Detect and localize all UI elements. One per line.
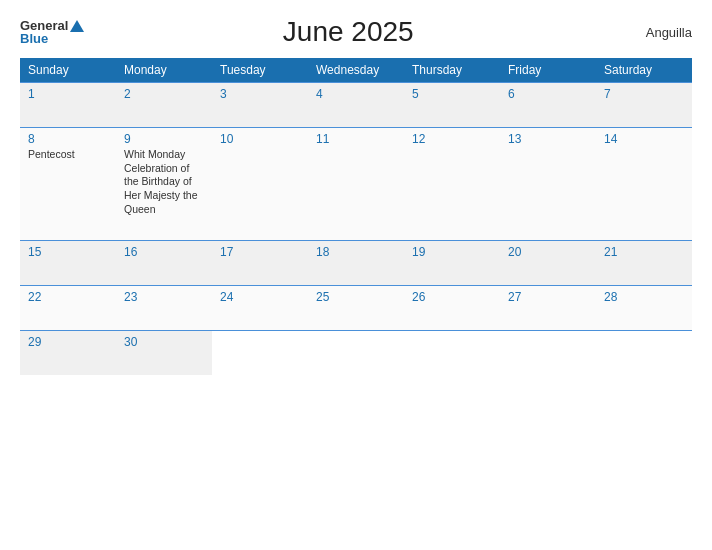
calendar-table: Sunday Monday Tuesday Wednesday Thursday… [20,58,692,375]
calendar-cell: 4 [308,83,404,128]
day-number: 3 [220,87,300,101]
calendar-cell: 25 [308,286,404,331]
calendar-week-0: 1234567 [20,83,692,128]
calendar-event: Whit Monday [124,148,204,162]
logo-blue-text: Blue [20,32,84,45]
calendar-cell: 24 [212,286,308,331]
calendar-body: 12345678Pentecost9Whit MondayCelebration… [20,83,692,376]
dow-saturday: Saturday [596,58,692,83]
calendar-cell: 20 [500,241,596,286]
calendar-week-3: 22232425262728 [20,286,692,331]
calendar-cell: 6 [500,83,596,128]
day-number: 7 [604,87,684,101]
calendar-cell: 26 [404,286,500,331]
day-number: 27 [508,290,588,304]
dow-friday: Friday [500,58,596,83]
dow-sunday: Sunday [20,58,116,83]
day-number: 18 [316,245,396,259]
calendar-cell: 8Pentecost [20,128,116,241]
day-number: 17 [220,245,300,259]
day-number: 2 [124,87,204,101]
calendar-cell: 9Whit MondayCelebration of the Birthday … [116,128,212,241]
calendar-cell [212,331,308,376]
calendar-cell: 15 [20,241,116,286]
dow-monday: Monday [116,58,212,83]
calendar-cell: 1 [20,83,116,128]
country-label: Anguilla [612,25,692,40]
day-number: 14 [604,132,684,146]
calendar-cell: 13 [500,128,596,241]
day-number: 26 [412,290,492,304]
calendar-cell [500,331,596,376]
calendar-event: Pentecost [28,148,108,162]
day-number: 9 [124,132,204,146]
calendar-cell: 16 [116,241,212,286]
calendar-cell [404,331,500,376]
day-number: 11 [316,132,396,146]
calendar-cell: 17 [212,241,308,286]
calendar-cell: 19 [404,241,500,286]
calendar-cell: 30 [116,331,212,376]
days-of-week-row: Sunday Monday Tuesday Wednesday Thursday… [20,58,692,83]
day-number: 25 [316,290,396,304]
day-number: 28 [604,290,684,304]
day-number: 8 [28,132,108,146]
day-number: 5 [412,87,492,101]
day-number: 12 [412,132,492,146]
calendar-header: Sunday Monday Tuesday Wednesday Thursday… [20,58,692,83]
calendar-cell [596,331,692,376]
day-number: 10 [220,132,300,146]
calendar-cell: 7 [596,83,692,128]
calendar-cell [308,331,404,376]
calendar-cell: 10 [212,128,308,241]
logo: General Blue [20,19,84,45]
calendar-cell: 12 [404,128,500,241]
calendar-cell: 22 [20,286,116,331]
day-number: 22 [28,290,108,304]
day-number: 15 [28,245,108,259]
dow-thursday: Thursday [404,58,500,83]
day-number: 6 [508,87,588,101]
calendar-week-4: 2930 [20,331,692,376]
calendar-title: June 2025 [84,16,612,48]
calendar-cell: 18 [308,241,404,286]
calendar-cell: 3 [212,83,308,128]
day-number: 21 [604,245,684,259]
calendar-cell: 29 [20,331,116,376]
header: General Blue June 2025 Anguilla [20,16,692,48]
calendar-cell: 23 [116,286,212,331]
day-number: 24 [220,290,300,304]
day-number: 30 [124,335,204,349]
dow-wednesday: Wednesday [308,58,404,83]
dow-tuesday: Tuesday [212,58,308,83]
day-number: 4 [316,87,396,101]
calendar-cell: 2 [116,83,212,128]
calendar-event: Celebration of the Birthday of Her Majes… [124,162,204,217]
calendar-cell: 5 [404,83,500,128]
day-number: 20 [508,245,588,259]
calendar-week-1: 8Pentecost9Whit MondayCelebration of the… [20,128,692,241]
day-number: 1 [28,87,108,101]
day-number: 16 [124,245,204,259]
day-number: 19 [412,245,492,259]
calendar-cell: 27 [500,286,596,331]
day-number: 13 [508,132,588,146]
calendar-cell: 11 [308,128,404,241]
page: General Blue June 2025 Anguilla Sunday M… [0,0,712,550]
calendar-cell: 28 [596,286,692,331]
calendar-cell: 14 [596,128,692,241]
logo-triangle-icon [70,20,84,32]
calendar-cell: 21 [596,241,692,286]
calendar-week-2: 15161718192021 [20,241,692,286]
day-number: 23 [124,290,204,304]
day-number: 29 [28,335,108,349]
